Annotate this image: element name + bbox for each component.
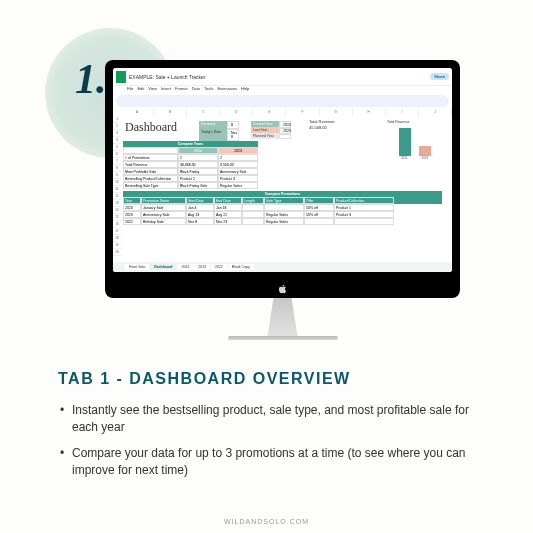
doc-title[interactable]: EXAMPLE: Sale + Launch Tracker bbox=[129, 74, 430, 80]
footer-credit: WILDANDSOLO.COM bbox=[0, 518, 533, 525]
apple-logo-icon bbox=[278, 284, 287, 294]
total-rev-value: 45,568.00 bbox=[309, 125, 327, 130]
description-block: TAB 1 - DASHBOARD OVERVIEW Instantly see… bbox=[58, 370, 475, 488]
dashboard-title: Dashboard bbox=[125, 120, 177, 135]
revenue-chart: Total Revenue 20242023 bbox=[387, 120, 442, 165]
spreadsheet-grid[interactable]: ABCDEFGHIJ 12345678910111213141516171819… bbox=[113, 108, 452, 272]
step-number: 1. bbox=[75, 55, 107, 103]
sheets-app: EXAMPLE: Sale + Launch Tracker Share Fil… bbox=[113, 68, 452, 272]
bullet-1: Instantly see the bestselling product, s… bbox=[58, 402, 475, 437]
monitor-base bbox=[228, 336, 338, 340]
menu-bar[interactable]: FileEditViewInsertFormatDataToolsExtensi… bbox=[113, 86, 452, 94]
imac-mockup: EXAMPLE: Sale + Launch Tracker Share Fil… bbox=[105, 60, 460, 340]
total-rev-label: Total Revenue bbox=[309, 119, 335, 124]
bullet-2: Compare your data for up to 3 promotions… bbox=[58, 445, 475, 480]
section-heading: TAB 1 - DASHBOARD OVERVIEW bbox=[58, 370, 475, 388]
share-button[interactable]: Share bbox=[430, 73, 449, 80]
compare-years-table: Compare Years 20242023 # of Promotions22… bbox=[123, 141, 258, 189]
compare-promotions-table: Compare Promotions YearPromotion NameSta… bbox=[123, 191, 442, 225]
sheets-icon bbox=[116, 71, 126, 83]
monitor-stand bbox=[253, 298, 313, 336]
monitor-bezel bbox=[105, 280, 460, 298]
sheet-tabs[interactable]: Front Sale Dashboard 2024 2023 2022 Blan… bbox=[113, 262, 452, 272]
toolbar[interactable] bbox=[116, 95, 449, 107]
